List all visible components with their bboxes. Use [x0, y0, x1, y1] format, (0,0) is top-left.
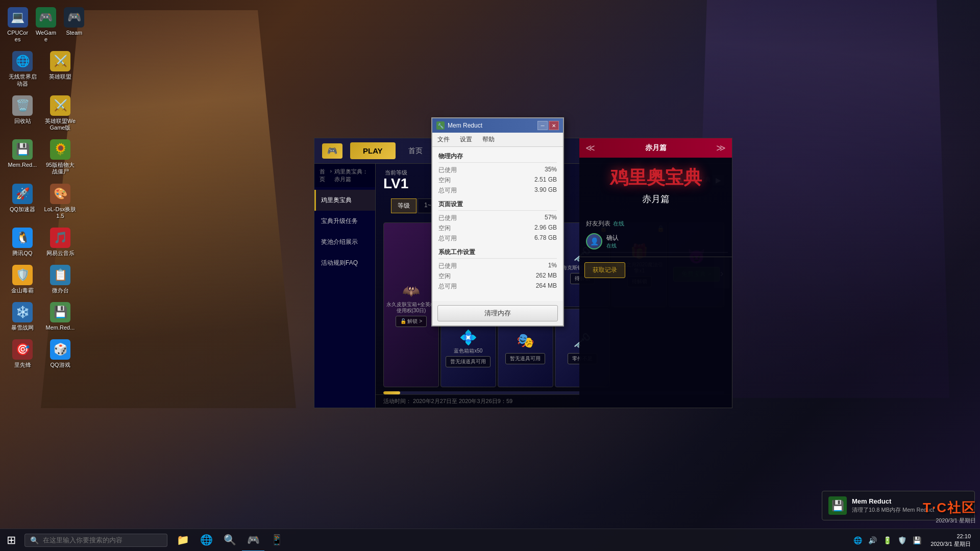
- desktop-icon-jinshan[interactable]: 🛡️ 金山毒霸: [4, 262, 41, 297]
- mem-page-used-value: 57%: [545, 214, 557, 222]
- mem-menu-settings[interactable]: 设置: [455, 134, 477, 145]
- taskbar-search-box[interactable]: 🔍: [24, 534, 167, 547]
- reward-icon-0: 🦇: [402, 283, 420, 299]
- nav-arrows-left: ≪: [585, 142, 595, 154]
- chapter-header: ≪ 赤月篇 ≫: [579, 138, 732, 158]
- qqaccel-icon: 🚀: [12, 184, 33, 204]
- mem-system-used-row: 已使用 1%: [438, 262, 557, 270]
- mem-menu-file[interactable]: 文件: [432, 134, 455, 145]
- desktop-icon-blizzard[interactable]: ❄️ 暴雪战网: [4, 299, 41, 334]
- friend-item-1[interactable]: 👤 确认 在线: [583, 231, 728, 253]
- weiban-icon: 📋: [50, 265, 70, 285]
- desktop-icon-lol[interactable]: ⚔️ 英雄联盟: [42, 48, 79, 90]
- game-right-panel: ≪ 赤月篇 ≫ 鸡里奥宝典 赤月篇 好友列表 在线 👤 确认 在线 获取记录: [579, 138, 732, 408]
- chapter-title: 赤月篇: [645, 143, 667, 153]
- desktop-icon-qqaccel[interactable]: 🚀 QQ加速器: [4, 181, 41, 222]
- reward-label-0: 永久皮肤宝箱+全英雄使用权(30日): [386, 302, 436, 314]
- systray-network-icon[interactable]: 🌐: [851, 535, 864, 545]
- reward-item-0[interactable]: 🦇 永久皮肤宝箱+全英雄使用权(30日) 🔓 解锁 >: [383, 222, 439, 387]
- search-input[interactable]: [43, 536, 145, 544]
- memred2-icon: 💾: [50, 302, 70, 322]
- tc-branding-area: T·C社区 2020/3/1 星期日: [878, 497, 980, 527]
- mem-page-free-value: 2.96 GB: [534, 224, 557, 233]
- mem-system-section: 系统工作设置 已使用 1% 空闲 262 MB 总可用 264 MB: [438, 248, 557, 291]
- history-btn[interactable]: 获取记录: [584, 262, 625, 278]
- mem-page-used-row: 已使用 57%: [438, 214, 557, 222]
- unlock-btn-0[interactable]: 🔓 解锁 >: [396, 316, 427, 327]
- pioneer-icon: 🎯: [12, 339, 33, 360]
- taskbar-app-edge[interactable]: 🌐: [195, 529, 217, 552]
- mem-system-title: 系统工作设置: [438, 248, 557, 259]
- systray-security-icon[interactable]: 🛡️: [896, 535, 909, 545]
- desktop-icon-loladx[interactable]: 🎨 LoL-Dsx换肤1.5: [42, 181, 79, 222]
- desktop-icons-row-2: 🌐 无线世界启动器 ⚔️ 英雄联盟: [4, 48, 88, 90]
- taskbar-pinned-apps: 📁 🌐 🔍 🎮 📱: [172, 529, 288, 552]
- desktop-icon-lol-wegame[interactable]: ⚔️ 英雄联盟WeGame版: [42, 92, 79, 134]
- play-button[interactable]: PLAY: [350, 142, 396, 159]
- wegame-icon: 🎮: [36, 7, 56, 28]
- level-tab-all[interactable]: 等级: [391, 198, 416, 213]
- friend-info-1: 确认 在线: [606, 234, 725, 249]
- desktop-icons-row-8: ❄️ 暴雪战网 💾 Mem.Red...: [4, 299, 88, 334]
- desktop-icon-pioneer[interactable]: 🎯 里先锋: [4, 336, 41, 371]
- taskbar-app-extra1[interactable]: 📱: [265, 529, 288, 552]
- desktop-icon-weiban[interactable]: 📋 微办台: [42, 262, 79, 297]
- mem-system-free-row: 空闲 262 MB: [438, 272, 557, 281]
- desktop-icon-plants[interactable]: 🌻 95版植物大战僵尸: [42, 136, 79, 178]
- chapter-big-subtitle: 赤月篇: [587, 193, 724, 205]
- chapter-big-title: 鸡里奥宝典: [587, 165, 724, 190]
- jinshan-label: 金山毒霸: [11, 287, 34, 294]
- tc-url: 2020/3/1 星期日: [936, 517, 976, 524]
- nav-home[interactable]: 首页: [408, 146, 423, 156]
- mem-minimize-btn[interactable]: ─: [537, 121, 548, 130]
- desktop-icon-qqt[interactable]: 🐧 腾讯QQ: [4, 224, 41, 260]
- mem-system-total-label: 总可用: [438, 282, 457, 291]
- mem-physical-total-value: 3.90 GB: [534, 186, 557, 195]
- systray-mem-icon[interactable]: 💾: [911, 535, 923, 545]
- mem-close-btn[interactable]: ✕: [549, 121, 559, 130]
- reward-icon-6: 💠: [459, 329, 477, 346]
- sidebar-item-pool[interactable]: 奖池介绍展示: [314, 232, 375, 253]
- desktop-icon-memred2[interactable]: 💾 Mem.Red...: [42, 299, 79, 334]
- character-art-right: [694, 0, 949, 398]
- toast-icon: 💾: [828, 496, 847, 515]
- taskbar-app-game[interactable]: 🎮: [242, 529, 264, 552]
- mem-reduct-window: 🔧 Mem Reduct ─ ✕ 文件 设置 帮助 物理内存 已使用 35% 空…: [431, 117, 564, 327]
- plants-icon: 🌻: [50, 139, 70, 160]
- sidebar-item-faq[interactable]: 活动规则FAQ: [314, 253, 375, 273]
- desktop-icon-163music[interactable]: 🎵 网易云音乐: [42, 224, 79, 260]
- reward-icon-7: 🎭: [517, 332, 534, 349]
- systray-time[interactable]: 22:10 2020/3/1 星期日: [926, 533, 975, 547]
- steam-icon: 🎮: [64, 7, 84, 28]
- history-section: 获取记录: [579, 257, 732, 283]
- chapter-main-title: 鸡里奥宝典 赤月篇: [579, 158, 732, 213]
- desktop-icon-steam[interactable]: 🎮 Steam: [61, 4, 88, 46]
- desktop-icon-wegame[interactable]: 🎮 WeGame: [32, 4, 59, 46]
- desktop-icon-cpucores[interactable]: 💻 CPUCores: [4, 4, 31, 46]
- start-button[interactable]: ⊞: [0, 529, 22, 552]
- mem-physical-free-row: 空闲 2.51 GB: [438, 176, 557, 185]
- status-6: 普无须道具可用: [446, 356, 491, 367]
- desktop-icon-world[interactable]: 🌐 无线世界启动器: [4, 48, 41, 90]
- sidebar-item-baodian[interactable]: 鸡里奥宝典: [314, 190, 375, 211]
- desktop-icon-qqgame[interactable]: 🎲 QQ游戏: [42, 336, 79, 371]
- level-display: 当前等级 LV1: [383, 169, 408, 191]
- blizzard-icon: ❄️: [12, 302, 33, 322]
- desktop-icon-recycle[interactable]: 🗑️ 回收站: [4, 92, 41, 134]
- qqaccel-label: QQ加速器: [10, 206, 35, 213]
- breadcrumb-home[interactable]: 首页: [320, 168, 328, 183]
- loladx-label: LoL-Dsx换肤1.5: [44, 206, 77, 219]
- taskbar-app-explorer[interactable]: 📁: [172, 529, 194, 552]
- desktop-icon-memred[interactable]: 💾 Mem.Red...: [4, 136, 41, 178]
- desktop-icons-row-9: 🎯 里先锋 🎲 QQ游戏: [4, 336, 88, 371]
- taskbar-app-search[interactable]: 🔍: [218, 529, 241, 552]
- sidebar-item-pool-label: 奖池介绍展示: [321, 238, 358, 246]
- sidebar-item-task[interactable]: 宝典升级任务: [314, 211, 375, 232]
- mem-physical-total-label: 总可用: [438, 186, 457, 195]
- breadcrumb-current: 鸡里奥宝典：赤月篇: [334, 168, 370, 183]
- mem-physical-title: 物理内存: [438, 152, 557, 163]
- mem-clean-button[interactable]: 清理内存: [437, 305, 558, 321]
- systray-battery-icon[interactable]: 🔋: [881, 535, 894, 545]
- systray-volume-icon[interactable]: 🔊: [866, 535, 879, 545]
- mem-menu-help[interactable]: 帮助: [477, 134, 500, 145]
